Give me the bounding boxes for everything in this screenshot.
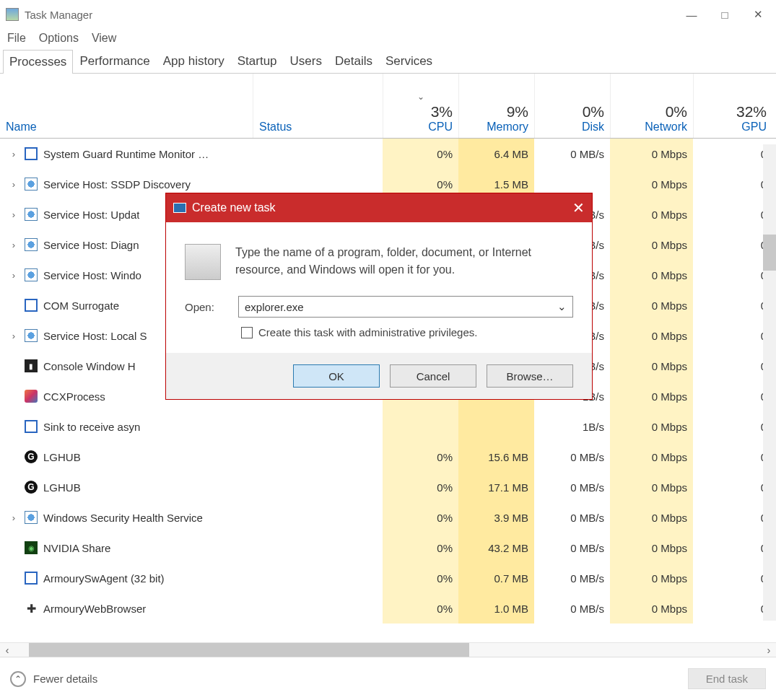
col-name[interactable]: Name bbox=[0, 74, 253, 138]
create-task-dialog: Create new task ✕ Type the name of a pro… bbox=[166, 193, 592, 399]
table-row[interactable]: ArmourySwAgent (32 bit)0%0.7 MB0 MB/s0 M… bbox=[0, 563, 776, 593]
gpu-cell: 0 bbox=[693, 472, 772, 502]
col-network[interactable]: 0% Network bbox=[610, 74, 693, 138]
expand-icon[interactable]: › bbox=[9, 512, 19, 523]
menu-view[interactable]: View bbox=[92, 32, 116, 45]
col-cpu[interactable]: ⌄ 3% CPU bbox=[383, 74, 458, 138]
process-name: Service Host: Local S bbox=[43, 330, 147, 342]
tab-bar: Processes Performance App history Startu… bbox=[0, 49, 776, 74]
footer-bar: ⌃ Fewer details End task bbox=[0, 657, 776, 700]
col-memory[interactable]: 9% Memory bbox=[458, 74, 534, 138]
expand-icon[interactable]: › bbox=[9, 209, 19, 220]
network-cell: 0 Mbps bbox=[610, 381, 693, 411]
process-name-cell: ›System Guard Runtime Monitor … bbox=[0, 147, 253, 160]
table-row[interactable]: GLGHUB0%15.6 MB0 MB/s0 Mbps0 bbox=[0, 442, 776, 472]
memory-cell: 6.4 MB bbox=[458, 139, 534, 169]
horizontal-scrollbar[interactable]: ‹ › bbox=[0, 642, 776, 657]
gpu-cell: 0 bbox=[693, 351, 772, 381]
cpu-cell: 0% bbox=[383, 502, 458, 533]
expand-icon[interactable]: › bbox=[9, 331, 19, 341]
col-disk[interactable]: 0% Disk bbox=[534, 74, 610, 138]
expand-icon[interactable]: › bbox=[9, 240, 19, 250]
disk-cell: 0 MB/s bbox=[534, 593, 610, 624]
tab-startup[interactable]: Startup bbox=[231, 49, 284, 73]
gear-icon bbox=[25, 511, 38, 524]
network-cell: 0 Mbps bbox=[610, 229, 693, 260]
gpu-cell: 0 bbox=[693, 593, 772, 624]
run-icon bbox=[173, 203, 186, 213]
tab-performance[interactable]: Performance bbox=[73, 49, 156, 73]
gpu-cell: 0 bbox=[693, 502, 772, 533]
table-row[interactable]: Sink to receive asyn1B/s0 Mbps0 bbox=[0, 411, 776, 442]
process-name-cell: GLGHUB bbox=[0, 481, 253, 494]
col-gpu[interactable]: 32% GPU bbox=[693, 74, 772, 138]
table-row[interactable]: ◉NVIDIA Share0%43.2 MB0 MB/s0 Mbps0 bbox=[0, 533, 776, 563]
run-dialog-icon bbox=[185, 244, 221, 280]
end-task-button[interactable]: End task bbox=[688, 668, 766, 689]
gpu-cell: 0 bbox=[693, 533, 772, 563]
table-row[interactable]: ✚ArmouryWebBrowser0%1.0 MB0 MB/s0 Mbps0 bbox=[0, 593, 776, 624]
status-cell bbox=[253, 502, 383, 533]
expand-icon[interactable]: › bbox=[9, 270, 19, 281]
window-icon bbox=[25, 572, 38, 585]
lghub-icon: G bbox=[25, 481, 38, 494]
process-name-cell: ✚ArmouryWebBrowser bbox=[0, 602, 253, 615]
disk-cell: 0 MB/s bbox=[534, 563, 610, 593]
admin-label: Create this task with administrative pri… bbox=[258, 326, 477, 338]
network-cell: 0 Mbps bbox=[610, 169, 693, 199]
scroll-left-icon[interactable]: ‹ bbox=[0, 644, 14, 656]
network-cell: 0 Mbps bbox=[610, 472, 693, 502]
tab-processes[interactable]: Processes bbox=[3, 50, 73, 74]
tab-users[interactable]: Users bbox=[284, 49, 328, 73]
expand-icon[interactable]: › bbox=[9, 149, 19, 159]
menu-options[interactable]: Options bbox=[39, 32, 79, 45]
network-cell: 0 Mbps bbox=[610, 260, 693, 290]
window-title: Task Manager bbox=[25, 9, 92, 21]
gear-icon bbox=[25, 238, 38, 251]
status-cell bbox=[253, 593, 383, 624]
close-button[interactable]: ✕ bbox=[741, 3, 775, 26]
open-combobox[interactable]: explorer.exe ⌄ bbox=[238, 296, 573, 318]
hscroll-thumb[interactable] bbox=[29, 643, 469, 657]
dialog-titlebar[interactable]: Create new task ✕ bbox=[166, 193, 592, 222]
ok-button[interactable]: OK bbox=[293, 364, 380, 388]
cpu-cell: 0% bbox=[383, 442, 458, 472]
scrollbar-thumb[interactable] bbox=[763, 235, 776, 271]
gear-icon bbox=[25, 208, 38, 221]
maximize-button[interactable]: □ bbox=[708, 3, 741, 26]
gpu-cell: 0 bbox=[693, 139, 772, 169]
status-cell bbox=[253, 472, 383, 502]
memory-cell: 0.7 MB bbox=[458, 563, 534, 593]
process-name: ArmourySwAgent (32 bit) bbox=[43, 572, 165, 585]
admin-checkbox[interactable] bbox=[241, 327, 253, 338]
gpu-cell: 0 bbox=[693, 229, 772, 260]
browse-button[interactable]: Browse… bbox=[487, 364, 573, 388]
tab-apphistory[interactable]: App history bbox=[157, 49, 231, 73]
cancel-button[interactable]: Cancel bbox=[390, 364, 476, 388]
col-status[interactable]: Status bbox=[253, 74, 383, 138]
disk-cell: 0 MB/s bbox=[534, 442, 610, 472]
creative-cloud-icon bbox=[25, 390, 38, 403]
cpu-cell: 0% bbox=[383, 593, 458, 624]
vertical-scrollbar[interactable] bbox=[763, 144, 776, 621]
tab-details[interactable]: Details bbox=[328, 49, 379, 73]
window-icon bbox=[25, 147, 38, 160]
expand-icon[interactable]: › bbox=[9, 179, 19, 190]
terminal-icon: ▮ bbox=[25, 359, 38, 372]
tab-services[interactable]: Services bbox=[379, 49, 439, 73]
minimize-button[interactable]: — bbox=[675, 3, 708, 26]
table-row[interactable]: ›System Guard Runtime Monitor …0%6.4 MB0… bbox=[0, 139, 776, 169]
window-titlebar: Task Manager — □ ✕ bbox=[0, 0, 776, 29]
fewer-details-button[interactable]: ⌃ Fewer details bbox=[10, 671, 97, 687]
menu-file[interactable]: File bbox=[7, 32, 26, 45]
cpu-cell: 0% bbox=[383, 139, 458, 169]
window-icon bbox=[25, 420, 38, 433]
disk-cell: 0 MB/s bbox=[534, 533, 610, 563]
table-row[interactable]: ›Windows Security Health Service0%3.9 MB… bbox=[0, 502, 776, 533]
nvidia-icon: ◉ bbox=[25, 541, 38, 554]
scroll-right-icon[interactable]: › bbox=[762, 644, 776, 656]
memory-cell: 43.2 MB bbox=[458, 533, 534, 563]
network-cell: 0 Mbps bbox=[610, 411, 693, 442]
table-row[interactable]: GLGHUB0%17.1 MB0 MB/s0 Mbps0 bbox=[0, 472, 776, 502]
dialog-close-button[interactable]: ✕ bbox=[572, 199, 585, 216]
